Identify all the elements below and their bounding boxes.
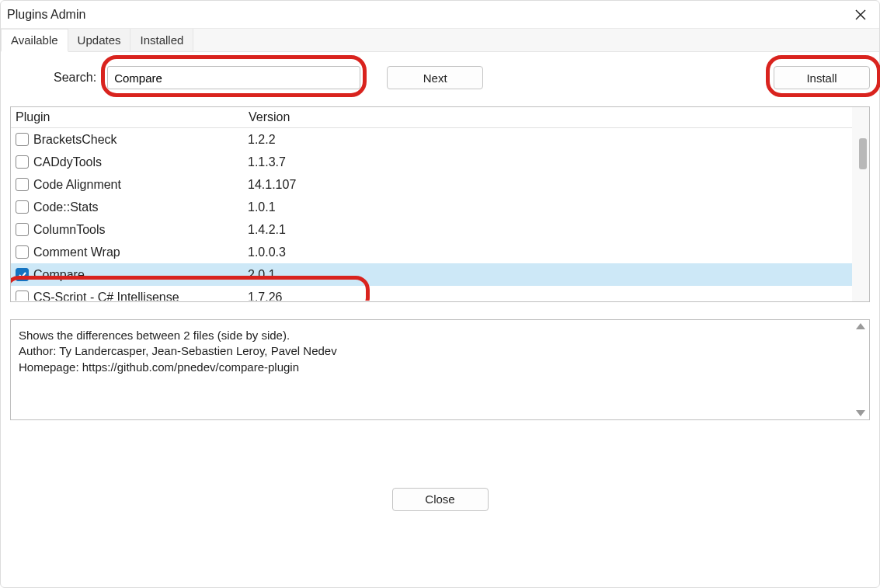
description-line: Homepage: https://github.com/pnedev/comp… [19, 360, 850, 375]
tab-available[interactable]: Available [1, 29, 68, 52]
plugin-name: CS-Script - C# Intellisense [33, 291, 248, 301]
description-line: Shows the differences between 2 files (s… [19, 328, 850, 343]
list-item[interactable]: Compare 2.0.1 [11, 263, 869, 286]
close-button[interactable] [851, 5, 870, 24]
plugin-name: ColumnTools [33, 223, 248, 237]
search-row: Search: Next Install [10, 66, 870, 89]
window-title: Plugins Admin [7, 8, 85, 22]
plugin-name: Code::Stats [33, 200, 248, 214]
list-item[interactable]: CADdyTools 1.1.3.7 [11, 151, 869, 173]
plugins-admin-window: Plugins Admin Available Updates Installe… [0, 0, 880, 588]
next-button[interactable]: Next [387, 66, 483, 89]
checkbox[interactable] [16, 245, 29, 259]
footer: Close [10, 420, 870, 578]
list-item[interactable]: Code::Stats 1.0.1 [11, 196, 869, 218]
plugin-version: 1.0.0.3 [248, 245, 360, 259]
close-dialog-button[interactable]: Close [392, 488, 489, 511]
plugin-version: 1.4.2.1 [248, 223, 360, 237]
plugin-version: 1.2.2 [248, 133, 360, 147]
description-line: Author: Ty Landercasper, Jean-Sebastien … [19, 343, 850, 359]
description-panel: Shows the differences between 2 files (s… [10, 319, 870, 420]
checkbox[interactable] [16, 291, 29, 301]
close-icon [855, 9, 866, 20]
install-button[interactable]: Install [774, 66, 870, 89]
plugin-name: CADdyTools [33, 155, 248, 169]
plugin-version: 2.0.1 [248, 268, 360, 282]
scroll-up-icon[interactable] [856, 323, 865, 329]
tabs: Available Updates Installed [1, 29, 879, 52]
list-body: BracketsCheck 1.2.2 CADdyTools 1.1.3.7 C… [11, 128, 869, 301]
column-header-version[interactable]: Version [244, 107, 356, 127]
list-item[interactable]: Comment Wrap 1.0.0.3 [11, 241, 869, 263]
tab-installed[interactable]: Installed [130, 29, 193, 51]
plugin-name: Compare [33, 268, 248, 282]
tab-updates[interactable]: Updates [68, 29, 131, 51]
checkbox[interactable] [16, 178, 29, 191]
search-input[interactable] [107, 66, 360, 89]
description-scrollbar[interactable] [852, 320, 869, 419]
search-input-wrap [107, 66, 360, 89]
checkbox[interactable] [16, 268, 29, 281]
list-scrollbar[interactable] [852, 107, 869, 301]
scroll-down-icon[interactable] [856, 410, 865, 416]
plugin-version: 14.1.107 [248, 178, 360, 192]
check-icon [18, 270, 27, 280]
list-item[interactable]: ColumnTools 1.4.2.1 [11, 218, 869, 241]
list-item[interactable]: Code Alignment 14.1.107 [11, 173, 869, 196]
search-label: Search: [54, 71, 96, 85]
plugin-version: 1.1.3.7 [248, 155, 360, 169]
plugin-list: Plugin Version BracketsCheck 1.2.2 CADdy… [10, 106, 870, 302]
checkbox[interactable] [16, 133, 29, 146]
checkbox[interactable] [16, 155, 29, 169]
plugin-name: Code Alignment [33, 178, 248, 192]
list-header: Plugin Version [11, 107, 869, 128]
list-item[interactable]: BracketsCheck 1.2.2 [11, 128, 869, 151]
checkbox[interactable] [16, 223, 29, 236]
tab-content: Search: Next Install Plugin Version [1, 52, 879, 587]
checkbox[interactable] [16, 200, 29, 214]
column-header-plugin[interactable]: Plugin [11, 107, 244, 127]
column-header-spacer [356, 107, 869, 127]
scroll-thumb[interactable] [859, 138, 867, 169]
plugin-name: BracketsCheck [33, 133, 248, 147]
install-button-wrap: Install [774, 66, 870, 89]
plugin-name: Comment Wrap [33, 245, 248, 259]
plugin-version: 1.7.26 [248, 291, 360, 301]
titlebar: Plugins Admin [1, 1, 879, 29]
list-item[interactable]: CS-Script - C# Intellisense 1.7.26 [11, 286, 869, 301]
plugin-version: 1.0.1 [248, 200, 360, 214]
